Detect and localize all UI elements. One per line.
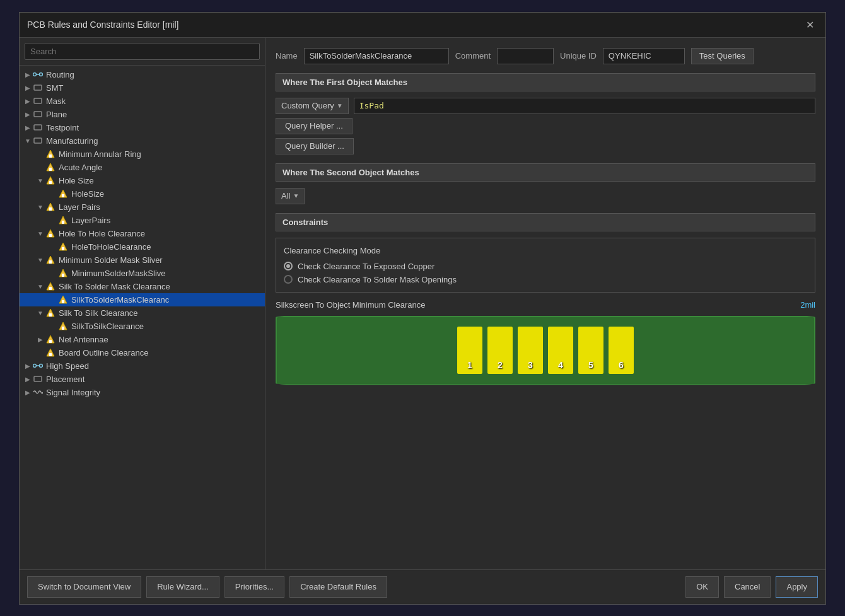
tree-arrow-testpoint (23, 123, 32, 132)
clearance-row: Silkscreen To Object Minimum Clearance 2… (276, 300, 815, 310)
switch-doc-button[interactable]: Switch to Document View (27, 576, 141, 598)
tree-label-holetohole: HoleToHoleClearance (71, 242, 151, 252)
svg-rect-19 (62, 221, 64, 224)
svg-rect-43 (34, 376, 42, 381)
pad-number-2: 2 (498, 360, 503, 370)
svg-rect-31 (62, 300, 64, 303)
query-builder-button[interactable]: Query Builder ... (276, 138, 354, 154)
tri-icon (57, 295, 69, 304)
unique-id-input[interactable] (603, 48, 685, 64)
tree-item-layerpairs[interactable]: LayerPairs (20, 214, 265, 227)
tree-item-hole-to-hole[interactable]: Hole To Hole Clearance (20, 227, 265, 240)
tree-label-mask: Mask (46, 96, 66, 106)
tree-arrow-board-outline (36, 348, 45, 357)
radio-group: Check Clearance To Exposed Copper Check … (284, 262, 807, 284)
tree-item-silk-solder[interactable]: Silk To Solder Mask Clearance (20, 280, 265, 293)
svg-rect-39 (49, 353, 52, 356)
close-button[interactable]: ✕ (802, 18, 818, 32)
tree-item-holetohole[interactable]: HoleToHoleClearance (20, 240, 265, 253)
tree-item-signal-integrity[interactable]: Signal Integrity (20, 386, 265, 399)
tree-label-silk-solder: Silk To Solder Mask Clearance (59, 282, 170, 291)
tri-icon (45, 202, 56, 211)
svg-rect-35 (62, 327, 64, 330)
priorities-button[interactable]: Priorities... (224, 576, 284, 598)
tree-arrow-high-speed (23, 361, 32, 370)
tree-arrow-routing (23, 70, 32, 79)
rule-icon (32, 83, 44, 92)
apply-button[interactable]: Apply (776, 576, 818, 598)
svg-rect-7 (34, 138, 42, 143)
rule-icon (32, 375, 44, 383)
tree-arrow-acute-angle (36, 163, 45, 171)
comment-input[interactable] (497, 48, 554, 64)
tree-label-manufacturing: Manufacturing (46, 136, 98, 146)
tree-item-hole-size[interactable]: Hole Size (20, 174, 265, 187)
tree-arrow-min-annular (36, 149, 45, 158)
tree-arrow-holetohole (49, 242, 57, 251)
tree-arrow-net-antennae (36, 335, 45, 344)
tree-item-mask[interactable]: Mask (20, 95, 265, 108)
tree-item-silk-silk[interactable]: Silk To Silk Clearance (20, 306, 265, 320)
tree-item-silktosilk[interactable]: SilkToSilkClearance (20, 320, 265, 333)
query-text-input[interactable] (354, 98, 815, 114)
tree-item-min-annular[interactable]: Minimum Annular Ring (20, 148, 265, 161)
where-second-query-row: All ▼ (276, 188, 815, 204)
ok-button[interactable]: OK (685, 576, 719, 598)
test-queries-button[interactable]: Test Queries (691, 48, 754, 64)
tree-item-min-solder-mask[interactable]: Minimum Solder Mask Sliver (20, 253, 265, 267)
radio-option2[interactable]: Check Clearance To Solder Mask Openings (284, 275, 807, 284)
custom-query-dropdown[interactable]: Custom Query ▼ (276, 98, 349, 114)
tree-label-hole-size: Hole Size (59, 176, 94, 185)
tri-icon (45, 163, 56, 171)
svg-rect-21 (49, 234, 52, 237)
tree-arrow-silk-solder (36, 282, 45, 291)
svg-rect-17 (49, 207, 52, 211)
svg-rect-13 (49, 181, 52, 184)
tree-item-layer-pairs[interactable]: Layer Pairs (20, 200, 265, 214)
tree-item-plane[interactable]: Plane (20, 108, 265, 121)
all-dropdown[interactable]: All ▼ (276, 188, 305, 204)
comment-label: Comment (455, 51, 491, 61)
rule-icon (32, 96, 44, 105)
tree-item-holesize[interactable]: HoleSize (20, 187, 265, 200)
pcb-pad-3: 3 (518, 327, 543, 374)
tree-item-manufacturing[interactable]: Manufacturing (20, 134, 265, 148)
tri-icon (57, 242, 69, 251)
unique-id-label: Unique ID (560, 51, 597, 61)
where-second-section: Where The Second Object Matches All ▼ (276, 163, 815, 204)
rule-wizard-button[interactable]: Rule Wizard... (146, 576, 219, 598)
tree-container: Routing SMT Mask Plane Testpoint Manufac… (20, 66, 265, 569)
radio-option1[interactable]: Check Clearance To Exposed Copper (284, 262, 807, 271)
tree-label-layer-pairs: Layer Pairs (59, 202, 100, 212)
name-label: Name (276, 51, 298, 61)
tree-item-high-speed[interactable]: High Speed (20, 359, 265, 373)
tri-icon (45, 308, 56, 317)
tree-arrow-minsoldermask (49, 269, 57, 277)
query-helper-button[interactable]: Query Helper ... (276, 118, 353, 134)
svg-rect-23 (62, 247, 64, 250)
cancel-button[interactable]: Cancel (724, 576, 771, 598)
tri-icon (45, 149, 56, 158)
main-content: Routing SMT Mask Plane Testpoint Manufac… (20, 38, 825, 569)
tree-item-net-antennae[interactable]: Net Antennae (20, 333, 265, 346)
tree-item-board-outline[interactable]: Board Outline Clearance (20, 346, 265, 359)
pad-number-5: 5 (588, 360, 593, 370)
tree-item-acute-angle[interactable]: Acute Angle (20, 161, 265, 174)
tree-item-testpoint[interactable]: Testpoint (20, 121, 265, 134)
constraints-section: Constraints Clearance Checking Mode Chec… (276, 213, 815, 385)
pad-number-3: 3 (528, 360, 533, 370)
tree-item-minsoldermask[interactable]: MinimumSolderMaskSlive (20, 267, 265, 280)
tri-icon (45, 229, 56, 238)
clearance-value: 2mil (800, 300, 815, 310)
tree-arrow-layerpairs (49, 216, 57, 224)
tree-item-smt[interactable]: SMT (20, 81, 265, 95)
svg-rect-11 (49, 168, 52, 171)
pad-number-4: 4 (558, 360, 563, 370)
tree-item-silktosoldermaskclearance[interactable]: SilkToSolderMaskClearanc (20, 293, 265, 306)
tree-item-routing[interactable]: Routing (20, 68, 265, 81)
create-default-button[interactable]: Create Default Rules (289, 576, 387, 598)
search-input[interactable] (25, 43, 260, 60)
name-input[interactable] (304, 48, 449, 64)
tree-item-placement[interactable]: Placement (20, 373, 265, 386)
svg-rect-3 (34, 85, 42, 90)
